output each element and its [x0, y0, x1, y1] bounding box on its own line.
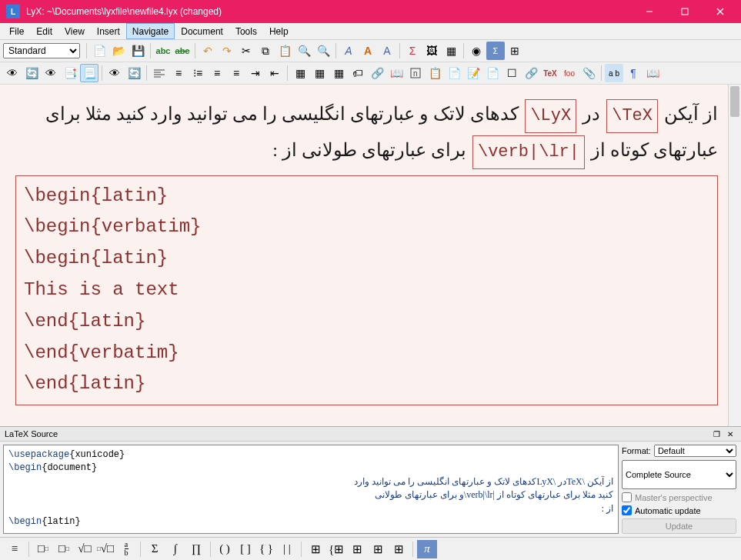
menu-insert[interactable]: Insert [91, 23, 126, 39]
bullet-list-icon[interactable]: ⁝≡ [189, 64, 207, 82]
align-left-icon[interactable] [150, 64, 169, 82]
matrix-icon[interactable]: ⊞ [305, 540, 325, 558]
cross-ref-icon[interactable]: 🔗 [368, 64, 386, 82]
table-float-icon[interactable]: ▦ [329, 64, 348, 82]
array3-icon[interactable]: ⊞ [389, 540, 409, 558]
undo-icon[interactable]: ↶ [199, 42, 217, 60]
index-icon[interactable]: n [406, 64, 425, 82]
graphics-icon[interactable]: 🖼 [422, 42, 441, 60]
view-icon[interactable]: 👁 [3, 64, 22, 82]
source-text[interactable]: \usepackage{xunicode} \begin{document} ا… [3, 445, 619, 534]
maximize-button[interactable] [667, 0, 703, 23]
update-button[interactable]: Update [622, 518, 736, 534]
fraction-icon[interactable]: ab [116, 540, 136, 558]
find-icon[interactable]: 🔍 [295, 42, 313, 60]
redo-icon[interactable]: ↷ [218, 42, 236, 60]
subscript-icon[interactable]: □□ [33, 540, 53, 558]
table-insert-icon[interactable]: ▦ [442, 42, 460, 60]
product-icon[interactable]: ∏ [186, 540, 206, 558]
outline-icon[interactable]: ◉ [467, 42, 486, 60]
superscript-icon[interactable]: □□ [54, 540, 74, 558]
layout-dropdown[interactable]: Standard [3, 43, 80, 58]
sqrt-icon[interactable]: √□ [75, 540, 95, 558]
paragraph-1[interactable]: از آیکن \TeX در \LyX کدهای لاتک و عبارته… [15, 97, 718, 169]
margin-note-icon[interactable]: 📝 [464, 64, 482, 82]
cut-icon[interactable]: ✂ [237, 42, 255, 60]
font-icon[interactable]: A [378, 42, 396, 60]
nroot-icon[interactable]: □√□ [95, 540, 115, 558]
lines-icon[interactable]: ≡ [5, 540, 25, 558]
array2-icon[interactable]: ⊞ [368, 540, 388, 558]
master-view-icon[interactable]: 👁 [42, 64, 60, 82]
pi-icon[interactable]: π [417, 540, 437, 558]
menu-navigate[interactable]: Navigate [126, 23, 175, 39]
figure-float-icon[interactable]: ▦ [310, 64, 329, 82]
note-icon[interactable]: 📄 [483, 64, 502, 82]
save-icon[interactable]: 💾 [129, 42, 147, 60]
include-icon[interactable]: 📎 [579, 64, 598, 82]
close-button[interactable] [703, 0, 738, 23]
increase-depth-icon[interactable]: ⇥ [246, 64, 265, 82]
emph-icon[interactable]: A [339, 42, 358, 60]
copy-icon[interactable]: ⧉ [256, 42, 275, 60]
box-icon[interactable]: ☐ [502, 64, 521, 82]
tex-code-icon[interactable]: TeX [541, 64, 559, 82]
paren-icon[interactable]: ( ) [215, 540, 235, 558]
view-other-icon[interactable]: 👁 [105, 64, 124, 82]
paste-icon[interactable]: 📋 [275, 42, 294, 60]
view-source-icon[interactable]: 📃 [80, 64, 98, 82]
undock-icon[interactable]: ❐ [710, 428, 723, 439]
menu-file[interactable]: File [3, 23, 30, 39]
paragraph-icon[interactable]: ¶ [624, 64, 643, 82]
bar-icon[interactable]: | | [277, 540, 297, 558]
integral-icon[interactable]: ∫ [165, 540, 185, 558]
master-update-icon[interactable]: 📑 [61, 64, 79, 82]
citation-icon[interactable]: 📖 [387, 64, 406, 82]
ert-icon[interactable]: ▦ [291, 64, 309, 82]
description-icon[interactable]: ≡ [227, 64, 245, 82]
preview-icon[interactable]: foo [560, 64, 579, 82]
hyperlink-icon[interactable]: 🔗 [522, 64, 540, 82]
menu-view[interactable]: View [58, 23, 91, 39]
math-toolbar-icon[interactable]: Σ [486, 42, 505, 60]
decrease-depth-icon[interactable]: ⇤ [265, 64, 284, 82]
table-toolbar-icon[interactable]: ⊞ [506, 42, 524, 60]
minimize-button[interactable] [632, 0, 667, 23]
footnote-icon[interactable]: 📄 [445, 64, 463, 82]
noun-icon[interactable]: A [359, 42, 377, 60]
menu-document[interactable]: Document [175, 23, 229, 39]
array1-icon[interactable]: ⊞ [347, 540, 367, 558]
scope-select[interactable]: Complete Source [622, 460, 736, 489]
menu-tools[interactable]: Tools [229, 23, 263, 39]
update-other-icon[interactable]: 🔄 [125, 64, 143, 82]
thesaurus-icon[interactable]: 📖 [643, 64, 662, 82]
list-icon[interactable]: ≡ [208, 64, 226, 82]
brace-icon[interactable]: { } [256, 540, 276, 558]
vertical-scrollbar[interactable] [728, 85, 741, 426]
sum-icon[interactable]: Σ [145, 540, 165, 558]
find-replace-icon[interactable]: 🔍 [314, 42, 332, 60]
numbered-list-icon[interactable]: ≡ [169, 64, 188, 82]
scrollbar-thumb[interactable] [730, 86, 739, 117]
update-icon[interactable]: 🔄 [22, 64, 41, 82]
spellcheck-icon[interactable]: abc [154, 42, 172, 60]
menu-help[interactable]: Help [263, 23, 295, 39]
new-icon[interactable]: 📄 [90, 42, 108, 60]
ert-inset-verb[interactable]: \verb|\lr| [472, 135, 585, 169]
open-icon[interactable]: 📂 [109, 42, 128, 60]
ert-inset-lyx[interactable]: \LyX [525, 99, 576, 133]
text-style-icon[interactable]: a b [605, 64, 623, 82]
nomenclature-icon[interactable]: 📋 [426, 64, 444, 82]
math-icon[interactable]: Σ [403, 42, 422, 60]
bracket-icon[interactable]: [ ] [235, 540, 255, 558]
ert-block[interactable]: \begin{latin} \begin{verbatim} \begin{la… [15, 175, 718, 406]
editor-area[interactable]: از آیکن \TeX در \LyX کدهای لاتک و عبارته… [0, 85, 741, 426]
masters-checkbox[interactable] [622, 492, 632, 502]
close-panel-icon[interactable]: ✕ [724, 428, 736, 439]
cases-icon[interactable]: {⊞ [326, 540, 346, 558]
auto-update-checkbox[interactable] [622, 505, 632, 515]
menu-edit[interactable]: Edit [30, 23, 58, 39]
spellcheck-underline-icon[interactable]: abc [173, 42, 192, 60]
label-icon[interactable]: 🏷 [349, 64, 367, 82]
format-select[interactable]: Default [654, 445, 736, 457]
